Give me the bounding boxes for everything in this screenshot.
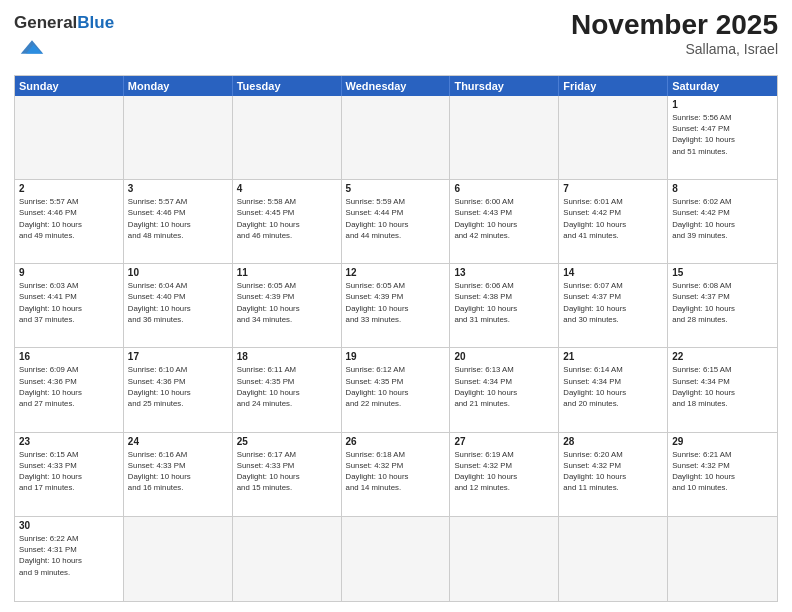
- cell-empty: [450, 517, 559, 601]
- cell-nov-19: 19 Sunrise: 6:12 AMSunset: 4:35 PMDaylig…: [342, 348, 451, 431]
- day-number: 14: [563, 267, 663, 278]
- cell-nov-4: 4 Sunrise: 5:58 AMSunset: 4:45 PMDayligh…: [233, 180, 342, 263]
- cell-info: Sunrise: 6:11 AMSunset: 4:35 PMDaylight:…: [237, 364, 337, 409]
- day-number: 27: [454, 436, 554, 447]
- day-number: 6: [454, 183, 554, 194]
- day-number: 25: [237, 436, 337, 447]
- cell-empty: [559, 96, 668, 179]
- day-number: 19: [346, 351, 446, 362]
- cell-empty: [124, 517, 233, 601]
- cell-info: Sunrise: 6:19 AMSunset: 4:32 PMDaylight:…: [454, 449, 554, 494]
- cell-nov-25: 25 Sunrise: 6:17 AMSunset: 4:33 PMDaylig…: [233, 433, 342, 516]
- cell-info: Sunrise: 6:07 AMSunset: 4:37 PMDaylight:…: [563, 280, 663, 325]
- cell-nov-5: 5 Sunrise: 5:59 AMSunset: 4:44 PMDayligh…: [342, 180, 451, 263]
- cell-nov-22: 22 Sunrise: 6:15 AMSunset: 4:34 PMDaylig…: [668, 348, 777, 431]
- day-number: 26: [346, 436, 446, 447]
- week-row-5: 23 Sunrise: 6:15 AMSunset: 4:33 PMDaylig…: [15, 433, 777, 517]
- cell-info: Sunrise: 5:57 AMSunset: 4:46 PMDaylight:…: [128, 196, 228, 241]
- cell-nov-13: 13 Sunrise: 6:06 AMSunset: 4:38 PMDaylig…: [450, 264, 559, 347]
- day-number: 10: [128, 267, 228, 278]
- cell-nov-8: 8 Sunrise: 6:02 AMSunset: 4:42 PMDayligh…: [668, 180, 777, 263]
- cell-nov-27: 27 Sunrise: 6:19 AMSunset: 4:32 PMDaylig…: [450, 433, 559, 516]
- cell-nov-9: 9 Sunrise: 6:03 AMSunset: 4:41 PMDayligh…: [15, 264, 124, 347]
- week-row-3: 9 Sunrise: 6:03 AMSunset: 4:41 PMDayligh…: [15, 264, 777, 348]
- cell-empty: [233, 96, 342, 179]
- cell-empty: [124, 96, 233, 179]
- cell-info: Sunrise: 6:00 AMSunset: 4:43 PMDaylight:…: [454, 196, 554, 241]
- cell-nov-24: 24 Sunrise: 6:16 AMSunset: 4:33 PMDaylig…: [124, 433, 233, 516]
- cell-nov-6: 6 Sunrise: 6:00 AMSunset: 4:43 PMDayligh…: [450, 180, 559, 263]
- day-number: 24: [128, 436, 228, 447]
- cell-nov-17: 17 Sunrise: 6:10 AMSunset: 4:36 PMDaylig…: [124, 348, 233, 431]
- cell-nov-21: 21 Sunrise: 6:14 AMSunset: 4:34 PMDaylig…: [559, 348, 668, 431]
- day-number: 22: [672, 351, 773, 362]
- header-thursday: Thursday: [450, 76, 559, 96]
- month-title: November 2025: [571, 10, 778, 41]
- cell-info: Sunrise: 6:15 AMSunset: 4:34 PMDaylight:…: [672, 364, 773, 409]
- cell-nov-30: 30 Sunrise: 6:22 AMSunset: 4:31 PMDaylig…: [15, 517, 124, 601]
- cell-empty: [233, 517, 342, 601]
- cell-info: Sunrise: 6:01 AMSunset: 4:42 PMDaylight:…: [563, 196, 663, 241]
- cell-nov-12: 12 Sunrise: 6:05 AMSunset: 4:39 PMDaylig…: [342, 264, 451, 347]
- cell-info: Sunrise: 6:12 AMSunset: 4:35 PMDaylight:…: [346, 364, 446, 409]
- cell-info: Sunrise: 6:02 AMSunset: 4:42 PMDaylight:…: [672, 196, 773, 241]
- logo-general: General: [14, 13, 77, 32]
- cell-nov-20: 20 Sunrise: 6:13 AMSunset: 4:34 PMDaylig…: [450, 348, 559, 431]
- week-row-6: 30 Sunrise: 6:22 AMSunset: 4:31 PMDaylig…: [15, 517, 777, 601]
- header-saturday: Saturday: [668, 76, 777, 96]
- day-number: 21: [563, 351, 663, 362]
- week-row-1: 1 Sunrise: 5:56 AMSunset: 4:47 PMDayligh…: [15, 96, 777, 180]
- cell-nov-1: 1 Sunrise: 5:56 AMSunset: 4:47 PMDayligh…: [668, 96, 777, 179]
- day-number: 15: [672, 267, 773, 278]
- header: GeneralBlue November 2025 Sallama, Israe…: [14, 10, 778, 67]
- cell-info: Sunrise: 6:22 AMSunset: 4:31 PMDaylight:…: [19, 533, 119, 578]
- cell-info: Sunrise: 5:56 AMSunset: 4:47 PMDaylight:…: [672, 112, 773, 157]
- day-number: 2: [19, 183, 119, 194]
- cell-empty: [342, 96, 451, 179]
- cell-nov-29: 29 Sunrise: 6:21 AMSunset: 4:32 PMDaylig…: [668, 433, 777, 516]
- cell-info: Sunrise: 6:20 AMSunset: 4:32 PMDaylight:…: [563, 449, 663, 494]
- cell-info: Sunrise: 6:06 AMSunset: 4:38 PMDaylight:…: [454, 280, 554, 325]
- cell-info: Sunrise: 6:14 AMSunset: 4:34 PMDaylight:…: [563, 364, 663, 409]
- cell-info: Sunrise: 5:58 AMSunset: 4:45 PMDaylight:…: [237, 196, 337, 241]
- cell-empty: [342, 517, 451, 601]
- cell-info: Sunrise: 6:08 AMSunset: 4:37 PMDaylight:…: [672, 280, 773, 325]
- calendar-body: 1 Sunrise: 5:56 AMSunset: 4:47 PMDayligh…: [15, 96, 777, 601]
- day-number: 7: [563, 183, 663, 194]
- week-row-4: 16 Sunrise: 6:09 AMSunset: 4:36 PMDaylig…: [15, 348, 777, 432]
- logo-icon: [17, 33, 47, 63]
- cell-info: Sunrise: 6:17 AMSunset: 4:33 PMDaylight:…: [237, 449, 337, 494]
- day-number: 1: [672, 99, 773, 110]
- day-number: 13: [454, 267, 554, 278]
- cell-empty: [15, 96, 124, 179]
- day-number: 5: [346, 183, 446, 194]
- cell-empty: [668, 517, 777, 601]
- header-wednesday: Wednesday: [342, 76, 451, 96]
- header-friday: Friday: [559, 76, 668, 96]
- cell-info: Sunrise: 6:16 AMSunset: 4:33 PMDaylight:…: [128, 449, 228, 494]
- cell-info: Sunrise: 6:10 AMSunset: 4:36 PMDaylight:…: [128, 364, 228, 409]
- cell-nov-11: 11 Sunrise: 6:05 AMSunset: 4:39 PMDaylig…: [233, 264, 342, 347]
- page: GeneralBlue November 2025 Sallama, Israe…: [0, 0, 792, 612]
- calendar-header: Sunday Monday Tuesday Wednesday Thursday…: [15, 76, 777, 96]
- cell-nov-3: 3 Sunrise: 5:57 AMSunset: 4:46 PMDayligh…: [124, 180, 233, 263]
- week-row-2: 2 Sunrise: 5:57 AMSunset: 4:46 PMDayligh…: [15, 180, 777, 264]
- day-number: 4: [237, 183, 337, 194]
- day-number: 8: [672, 183, 773, 194]
- cell-info: Sunrise: 6:05 AMSunset: 4:39 PMDaylight:…: [346, 280, 446, 325]
- cell-info: Sunrise: 6:03 AMSunset: 4:41 PMDaylight:…: [19, 280, 119, 325]
- cell-info: Sunrise: 6:13 AMSunset: 4:34 PMDaylight:…: [454, 364, 554, 409]
- cell-info: Sunrise: 6:04 AMSunset: 4:40 PMDaylight:…: [128, 280, 228, 325]
- cell-info: Sunrise: 6:09 AMSunset: 4:36 PMDaylight:…: [19, 364, 119, 409]
- calendar: Sunday Monday Tuesday Wednesday Thursday…: [14, 75, 778, 602]
- day-number: 28: [563, 436, 663, 447]
- cell-nov-2: 2 Sunrise: 5:57 AMSunset: 4:46 PMDayligh…: [15, 180, 124, 263]
- title-area: November 2025 Sallama, Israel: [571, 10, 778, 57]
- cell-info: Sunrise: 6:21 AMSunset: 4:32 PMDaylight:…: [672, 449, 773, 494]
- location: Sallama, Israel: [571, 41, 778, 57]
- day-number: 29: [672, 436, 773, 447]
- header-sunday: Sunday: [15, 76, 124, 96]
- cell-nov-18: 18 Sunrise: 6:11 AMSunset: 4:35 PMDaylig…: [233, 348, 342, 431]
- day-number: 3: [128, 183, 228, 194]
- header-tuesday: Tuesday: [233, 76, 342, 96]
